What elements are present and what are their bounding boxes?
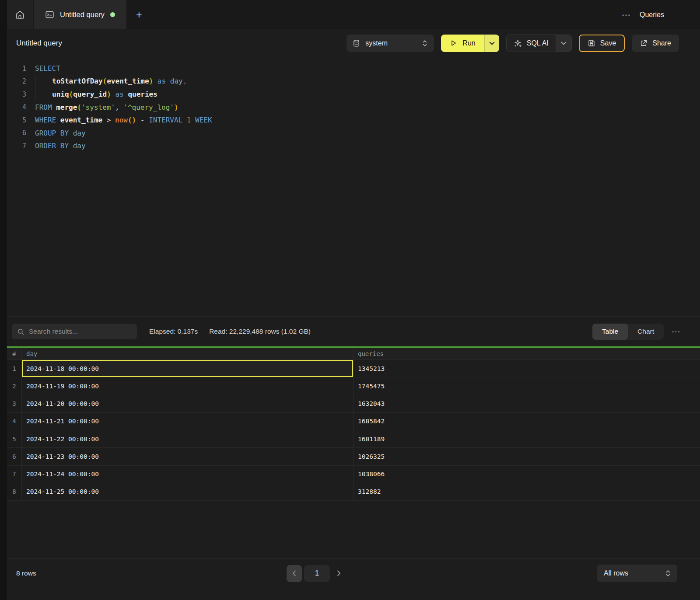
code-line: 1SELECT	[7, 62, 700, 75]
line-number: 1	[7, 65, 26, 73]
save-button-label: Save	[600, 39, 616, 47]
code-line: 7ORDER BY day	[7, 140, 700, 153]
queries-cell[interactable]: 1632043	[354, 395, 700, 412]
search-results-box[interactable]	[12, 324, 137, 339]
code-token	[124, 90, 128, 98]
line-number: 3	[7, 91, 26, 98]
sql-ai-button-group: SQL AI	[506, 35, 572, 52]
sql-ai-button-label: SQL AI	[527, 39, 549, 47]
next-page-button[interactable]	[337, 570, 341, 576]
database-selector[interactable]: system	[346, 35, 434, 52]
table-row: 12024-11-18 00:00:001345213	[7, 360, 700, 377]
table-row: 72024-11-24 00:00:001038066	[7, 466, 700, 483]
queries-cell[interactable]: 1685842	[354, 413, 700, 430]
column-header-day[interactable]: day	[22, 348, 354, 359]
chevron-updown-icon	[422, 39, 428, 47]
day-cell[interactable]: 2024-11-25 00:00:00	[22, 483, 354, 500]
code-token	[111, 90, 116, 98]
day-cell[interactable]: 2024-11-18 00:00:00	[22, 360, 354, 377]
rows-per-page-selector[interactable]: All rows	[597, 565, 677, 582]
code-token	[35, 76, 52, 87]
code-text: uniq(query_id) as queries	[35, 89, 158, 100]
queries-cell[interactable]: 1345213	[354, 360, 700, 377]
code-token: day	[73, 142, 86, 150]
results-more-options-icon[interactable]: ⋯	[672, 326, 681, 337]
tab-untitled-query[interactable]: Untitled query	[34, 0, 126, 29]
code-token: WHERE	[35, 116, 56, 124]
home-tab[interactable]	[7, 0, 33, 29]
current-page-button[interactable]: 1	[304, 565, 330, 582]
day-cell[interactable]: 2024-11-21 00:00:00	[22, 413, 354, 430]
table-row: 22024-11-19 00:00:001745475	[7, 377, 700, 395]
code-text: toStartOfDay(event_time) as day,	[35, 76, 187, 87]
run-button[interactable]: Run	[441, 35, 484, 52]
code-text: GROUP BY day	[35, 129, 86, 137]
row-index-cell: 1	[7, 360, 22, 377]
code-token: query_id	[73, 90, 107, 98]
tab-title: Untitled query	[60, 10, 105, 19]
day-cell[interactable]: 2024-11-24 00:00:00	[22, 466, 354, 483]
code-token: )	[149, 77, 154, 85]
terminal-icon	[45, 10, 54, 19]
view-toggle: Table Chart	[592, 324, 664, 340]
code-token: as	[158, 77, 166, 85]
read-stat: Read: 22,229,488 rows (1.02 GB)	[209, 328, 311, 335]
results-grid: # day queries 12024-11-18 00:00:00134521…	[7, 348, 700, 501]
pagination: 1	[287, 565, 341, 582]
code-token: ,	[183, 77, 187, 85]
more-options-icon[interactable]: ⋯	[622, 10, 631, 20]
table-row: 42024-11-21 00:00:001685842	[7, 413, 700, 430]
code-text: FROM merge('system', '^query_log')	[35, 103, 178, 112]
code-token	[56, 116, 60, 124]
day-cell[interactable]: 2024-11-23 00:00:00	[22, 448, 354, 465]
code-token: WEEK	[195, 116, 212, 124]
unsaved-changes-dot	[110, 12, 115, 17]
queries-cell[interactable]: 1745475	[354, 377, 700, 394]
code-token: >	[102, 116, 115, 124]
sql-editor[interactable]: 1SELECT2toStartOfDay(event_time) as day,…	[7, 57, 700, 316]
view-tab-table[interactable]: Table	[592, 324, 628, 340]
code-token	[166, 77, 170, 85]
queries-cell[interactable]: 1601189	[354, 430, 700, 447]
sql-ai-options-button[interactable]	[556, 35, 571, 52]
save-button[interactable]: Save	[579, 35, 625, 52]
code-token: (	[77, 103, 81, 112]
elapsed-stat: Elapsed: 0.137s	[149, 328, 198, 335]
view-tab-chart[interactable]: Chart	[628, 324, 664, 340]
queries-button[interactable]: Queries	[640, 11, 664, 19]
queries-cell[interactable]: 312882	[354, 483, 700, 500]
sql-ai-button[interactable]: SQL AI	[507, 35, 556, 52]
row-index-cell: 2	[7, 377, 22, 394]
code-token: toStartOfDay	[52, 77, 103, 85]
run-options-button[interactable]	[484, 35, 499, 52]
code-line: 6GROUP BY day	[7, 127, 700, 140]
query-header: Untitled query system	[7, 29, 700, 57]
results-footer: 8 rows 1 All rows	[7, 558, 700, 600]
code-token: ,	[115, 103, 123, 112]
line-number: 4	[7, 103, 26, 111]
day-cell[interactable]: 2024-11-19 00:00:00	[22, 377, 354, 394]
tab-bar: Untitled query + ⋯ Queries	[7, 0, 700, 29]
code-token: )	[174, 103, 178, 112]
search-icon	[17, 328, 24, 335]
code-token: event_time	[60, 116, 102, 124]
new-tab-button[interactable]: +	[126, 0, 152, 29]
code-token	[52, 103, 56, 112]
day-cell[interactable]: 2024-11-22 00:00:00	[22, 430, 354, 447]
share-button[interactable]: Share	[632, 35, 679, 52]
code-token: GROUP BY	[35, 129, 69, 137]
table-row: 82024-11-25 00:00:00312882	[7, 483, 700, 501]
play-icon	[450, 39, 457, 47]
day-cell[interactable]: 2024-11-20 00:00:00	[22, 395, 354, 412]
search-results-input[interactable]	[29, 328, 132, 335]
code-line: 2toStartOfDay(event_time) as day,	[7, 75, 700, 88]
queries-cell[interactable]: 1026325	[354, 448, 700, 465]
queries-cell[interactable]: 1038066	[354, 466, 700, 483]
results-grid-header: # day queries	[7, 348, 700, 360]
column-header-queries[interactable]: queries	[354, 348, 700, 359]
line-number: 7	[7, 142, 26, 150]
database-selected-value: system	[365, 39, 388, 47]
code-text: ORDER BY day	[35, 142, 86, 150]
previous-page-button[interactable]	[287, 565, 302, 582]
collapsed-sidebar[interactable]	[0, 0, 7, 600]
